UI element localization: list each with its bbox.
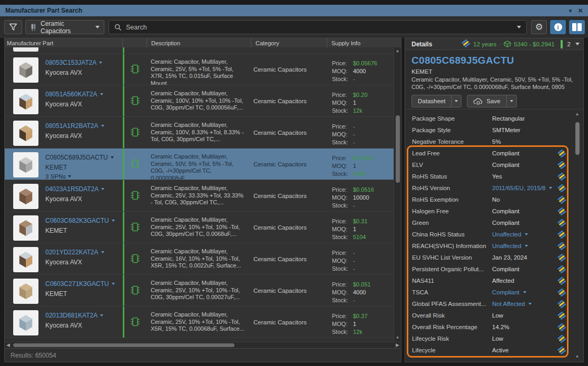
category-cell: Ceramic Capacitors <box>251 149 327 180</box>
scroll-down-icon[interactable]: ▼ <box>574 354 581 360</box>
part-number-link[interactable]: C0603C682K3GACTU <box>45 217 115 224</box>
property-value: Active <box>492 347 508 353</box>
property-dropdown-icon[interactable] <box>525 245 528 247</box>
table-row[interactable]: C0603C682K3GACTUKEMETCeramic Capacitor, … <box>5 212 394 243</box>
panel-menu-arrow-icon[interactable]: ▾ <box>569 5 572 16</box>
component-chip-icon <box>130 316 140 329</box>
scrollbar-thumb[interactable] <box>575 122 580 155</box>
property-label: Halogen Free <box>412 208 492 214</box>
column-header-category[interactable]: Category <box>251 38 327 47</box>
property-value[interactable]: Unaffected <box>492 231 521 238</box>
supply-stock-line: Stock:- <box>332 265 394 273</box>
scroll-right-icon[interactable]: ▶ <box>396 342 399 348</box>
property-label: Lifecycle <box>412 347 492 353</box>
chevron-down-icon <box>95 26 100 28</box>
description-cell: Ceramic Capacitor, Multilayer, Ceramic, … <box>147 243 251 274</box>
part-number-link[interactable]: C0603C271K3GACTU <box>45 280 115 288</box>
category-selector[interactable]: Ceramic Capacitors <box>25 20 104 34</box>
part-number-link[interactable]: 08051A560KAT2A <box>45 91 103 98</box>
supply-stock-label: Stock: <box>332 233 353 241</box>
table-row[interactable]: 08051A1R2BAT2AKyocera AVXCeramic Capacit… <box>5 117 394 149</box>
settings-button[interactable]: ⚙ <box>531 20 547 34</box>
part-number-link[interactable]: 0201YD222KAT2A <box>45 249 104 256</box>
part-number-link[interactable]: 08053C153JAT2A <box>45 59 102 66</box>
scroll-left-icon[interactable]: ◀ <box>6 342 10 348</box>
save-button[interactable]: Save <box>467 95 516 107</box>
part-number-link[interactable]: 08051A1R2BAT2A <box>45 122 104 130</box>
property-dropdown-icon[interactable] <box>523 291 526 293</box>
table-row[interactable]: 02013D681KAT2AKyocera AVXCeramic Capacit… <box>5 306 394 338</box>
supply-info-cell: Price:-MOQ:-Stock:- <box>327 243 394 274</box>
part-number-link[interactable]: C0805C689J5GACTU <box>45 154 114 161</box>
supply-moq-label: MOQ: <box>332 67 353 75</box>
property-row[interactable]: REACH(SVHC) InformationUnaffected <box>405 240 571 252</box>
table-row-partial[interactable] <box>5 47 394 54</box>
property-row: Package ShapeRectangular <box>405 113 571 124</box>
split-view-button[interactable] <box>569 20 585 34</box>
column-header-supply-info[interactable]: Supply Info <box>327 38 401 47</box>
property-value[interactable]: Not Affected <box>492 301 525 307</box>
save-button-label: Save <box>486 98 500 104</box>
scroll-down-icon[interactable]: ▼ <box>394 335 401 341</box>
availability-bar <box>123 275 124 306</box>
part-number-text: C0603C271K3GACTU <box>45 280 109 288</box>
property-row: Negative Tolerance5% <box>405 136 571 147</box>
property-row[interactable]: RoHS Version2011/65/EU, 2015/8 <box>405 182 571 194</box>
search-input[interactable]: Search <box>109 20 527 34</box>
property-dropdown-icon[interactable] <box>549 187 552 189</box>
manufacturer-part-cell: 08053C153JAT2AKyocera AVX <box>5 54 123 85</box>
column-header-description[interactable]: Description <box>147 38 251 47</box>
filter-button[interactable] <box>4 20 22 34</box>
spns-link[interactable]: 3 SPNs <box>45 173 71 180</box>
table-row[interactable]: 08051A560KAT2AKyocera AVXCeramic Capacit… <box>5 85 394 117</box>
datasheet-dropdown-icon[interactable] <box>451 95 461 107</box>
table-row[interactable]: C0805C689J5GACTUKEMET3 SPNsCeramic Capac… <box>5 149 394 180</box>
datasheet-button[interactable]: Datasheet <box>411 95 462 107</box>
scroll-up-icon[interactable]: ▲ <box>574 112 581 117</box>
property-value[interactable]: Unaffected <box>492 243 521 249</box>
eco-compliance-icon <box>553 173 571 181</box>
property-dropdown-icon[interactable] <box>525 233 528 235</box>
table-row[interactable]: 0201YD222KAT2AKyocera AVXCeramic Capacit… <box>5 243 394 275</box>
availability-bar <box>123 149 124 180</box>
part-dropdown-icon <box>112 220 115 222</box>
details-vertical-scrollbar[interactable]: ▲ ▼ <box>574 111 581 361</box>
supply-moq-line: MOQ:4000 <box>332 67 394 75</box>
close-icon[interactable]: × <box>578 5 583 16</box>
table-vertical-scrollbar[interactable]: ▲ ▼ <box>394 47 401 342</box>
part-number-link[interactable]: 04023A1R5DAT2A <box>45 185 104 193</box>
search-dropdown-arrow-icon[interactable] <box>517 26 521 28</box>
column-header-manufacturer-part[interactable]: Manufacturer Part <box>5 38 123 47</box>
table-horizontal-scrollbar[interactable]: ◀ ▶ <box>5 342 401 348</box>
property-value[interactable]: Compliant <box>492 289 520 295</box>
part-number-link[interactable]: 02013D681KAT2A <box>45 312 103 319</box>
table-row[interactable]: 04023A1R5DAT2AKyocera AVXCeramic Capacit… <box>5 180 394 212</box>
save-dropdown-icon[interactable] <box>506 95 516 107</box>
property-row[interactable]: China RoHS StatusUnaffected <box>405 229 571 240</box>
scrollbar-thumb[interactable] <box>396 115 400 183</box>
scrollbar-thumb[interactable] <box>13 343 234 347</box>
supply-moq-value: 1 <box>353 100 356 106</box>
category-cell: Ceramic Capacitors <box>251 306 327 338</box>
property-row: EU SVHC List VersionJan 23, 2024 <box>405 252 571 263</box>
supply-price-line: Price:$0.0516 <box>332 186 394 194</box>
part-number-text: C0805C689J5GACTU <box>45 154 108 161</box>
instance-dropdown-icon[interactable] <box>575 43 580 45</box>
availability-cell <box>123 54 147 85</box>
table-row[interactable]: C0603C271K3GACTUKEMETCeramic Capacitor, … <box>5 275 394 306</box>
property-dropdown-icon[interactable] <box>528 303 532 305</box>
category-cell: Ceramic Capacitors <box>251 275 327 306</box>
property-row[interactable]: TSCACompliant <box>405 286 571 298</box>
scroll-up-icon[interactable]: ▲ <box>394 48 401 54</box>
description-cell: Ceramic Capacitor, Multilayer, Ceramic, … <box>147 180 251 211</box>
part-number-text: 0201YD222KAT2A <box>45 249 99 256</box>
info-button[interactable]: i <box>550 20 566 34</box>
property-label: Overall Risk Percentage <box>412 324 492 330</box>
property-value: No <box>492 196 500 203</box>
property-row[interactable]: Global PFAS Assessment...Not Affected <box>405 298 571 310</box>
supply-price-line: Price:$0.20 <box>332 91 394 99</box>
table-row[interactable]: 08053C153JAT2AKyocera AVXCeramic Capacit… <box>5 54 394 85</box>
supply-price-value: - <box>353 250 355 256</box>
column-header-icon[interactable] <box>123 38 147 47</box>
property-value[interactable]: 2011/65/EU, 2015/8 <box>492 185 545 191</box>
